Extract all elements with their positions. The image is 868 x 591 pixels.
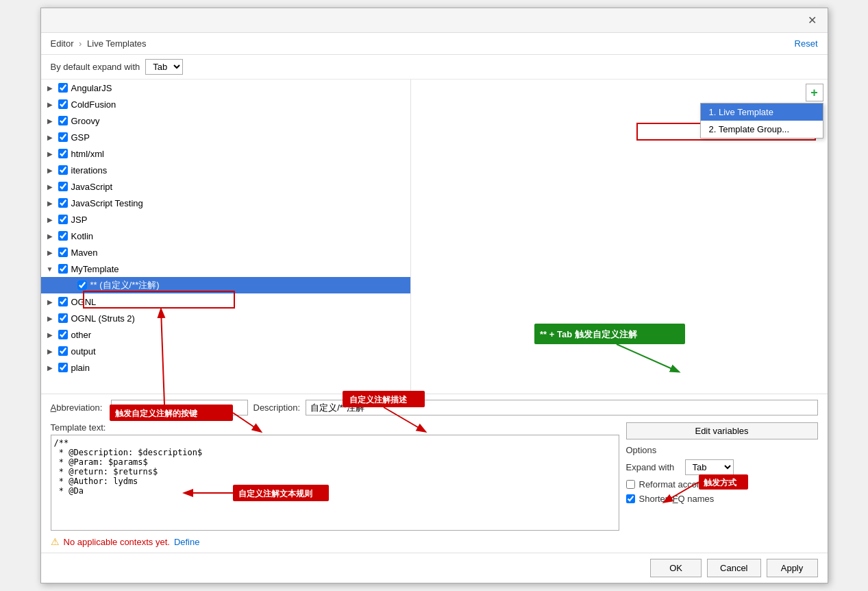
label-kotlin: Kotlin [71, 231, 94, 241]
checkbox-groovy[interactable] [58, 116, 68, 125]
expand-label: By default expand with [51, 62, 140, 72]
template-text-label: Template text: [51, 422, 619, 433]
options-box: Options Expand with Tab Enter Space Refo… [626, 445, 818, 504]
edit-variables-button[interactable]: Edit variables [626, 422, 818, 439]
checkbox-ognl[interactable] [58, 297, 68, 306]
checkbox-javascript[interactable] [58, 182, 68, 191]
label-maven: Maven [71, 248, 98, 258]
label-angularjs: AngularJS [71, 83, 112, 93]
apply-button[interactable]: Apply [767, 559, 818, 577]
chevron-plain [45, 363, 55, 372]
dropdown-item-template-group[interactable]: 2. Template Group... [701, 121, 823, 138]
cancel-button[interactable]: Cancel [707, 559, 760, 577]
chevron-jsp [45, 215, 55, 224]
checkbox-coldfusion[interactable] [58, 99, 68, 109]
label-jsp: JSP [71, 215, 88, 225]
label-iterations: iterations [71, 165, 108, 176]
tree-item-javascript[interactable]: JavaScript [41, 178, 410, 195]
checkbox-maven[interactable] [58, 248, 68, 257]
dropdown-item-live-template[interactable]: 1. Live Template [701, 104, 823, 121]
tree-item-plain[interactable]: plain [41, 359, 410, 376]
description-input[interactable] [306, 400, 817, 415]
label-mytemplate: MyTemplate [71, 264, 119, 274]
tree-item-groovy[interactable]: Groovy [41, 112, 410, 129]
chevron-iterations [45, 165, 55, 175]
dialog-footer: OK Cancel Apply [41, 553, 828, 583]
tree-item-angularjs[interactable]: AngularJS [41, 80, 410, 96]
expand-with-row: Expand with Tab Enter Space [626, 459, 818, 475]
tree-item-mytemplate[interactable]: MyTemplate [41, 261, 410, 277]
toolbar-row: By default expand with Tab [41, 55, 828, 80]
shorten-row: Shorten FQ names [626, 494, 818, 504]
shorten-checkbox[interactable] [626, 494, 635, 503]
checkbox-mytemplate[interactable] [58, 264, 68, 274]
left-panel: AngularJS ColdFusion Groovy [41, 80, 411, 394]
tree-item-jstesting[interactable]: JavaScript Testing [41, 195, 410, 211]
checkbox-iterations[interactable] [58, 165, 68, 175]
options-title: Options [626, 445, 818, 455]
label-mytemplate-child: ** (自定义/**注解) [90, 279, 160, 291]
checkbox-kotlin[interactable] [58, 231, 68, 241]
warning-icon: ⚠ [51, 536, 60, 547]
label-ognlstruts: OGNL (Struts 2) [71, 313, 135, 324]
checkbox-ognlstruts[interactable] [58, 313, 68, 323]
chevron-maven [45, 248, 55, 257]
checkbox-plain[interactable] [58, 363, 68, 372]
template-right: Edit variables Options Expand with Tab E… [626, 422, 818, 531]
label-javascript: JavaScript [71, 182, 113, 192]
template-textarea[interactable]: /** * @Description: $description$ * @Par… [51, 435, 619, 531]
label-output: output [71, 346, 96, 357]
template-section: Template text: /** * @Description: $desc… [51, 422, 818, 531]
tree-item-output[interactable]: output [41, 343, 410, 359]
chevron-other [45, 330, 55, 339]
chevron-groovy [45, 116, 55, 125]
breadcrumb: Editor › Live Templates [51, 38, 147, 49]
label-groovy: Groovy [71, 116, 100, 126]
add-button[interactable]: + [806, 84, 823, 101]
abbreviation-label: Abbreviation: [51, 402, 106, 413]
checkbox-gsp[interactable] [58, 132, 68, 142]
chevron-kotlin [45, 231, 55, 241]
checkbox-other[interactable] [58, 330, 68, 339]
tree-item-iterations[interactable]: iterations [41, 162, 410, 178]
ok-button[interactable]: OK [650, 559, 702, 577]
abbreviation-input[interactable] [111, 400, 248, 415]
checkbox-jstesting[interactable] [58, 198, 68, 208]
checkbox-angularjs[interactable] [58, 83, 68, 93]
expand-select[interactable]: Tab [145, 59, 183, 75]
label-plain: plain [71, 363, 90, 373]
tree-item-ognl[interactable]: OGNL [41, 293, 410, 310]
chevron-output [45, 346, 55, 356]
add-dropdown: 1. Live Template 2. Template Group... [700, 103, 823, 138]
checkbox-mytemplate-child[interactable] [77, 280, 87, 290]
tree-item-maven[interactable]: Maven [41, 244, 410, 261]
tree-item-coldfusion[interactable]: ColdFusion [41, 96, 410, 112]
tree-item-ognlstruts[interactable]: OGNL (Struts 2) [41, 310, 410, 326]
breadcrumb-parent: Editor [51, 38, 74, 49]
settings-dialog: ✕ Editor › Live Templates Reset By defau… [40, 8, 828, 583]
main-area: AngularJS ColdFusion Groovy [41, 80, 828, 394]
tree-item-kotlin[interactable]: Kotlin [41, 228, 410, 244]
chevron-mytemplate [45, 264, 55, 274]
tree-container[interactable]: AngularJS ColdFusion Groovy [41, 80, 410, 394]
tree-item-htmlxml[interactable]: html/xml [41, 145, 410, 162]
checkbox-jsp[interactable] [58, 215, 68, 224]
shorten-label: Shorten FQ names [639, 494, 715, 504]
expand-with-label: Expand with [626, 462, 681, 472]
breadcrumb-separator: › [79, 38, 82, 49]
tree-item-jsp[interactable]: JSP [41, 211, 410, 228]
checkbox-htmlxml[interactable] [58, 149, 68, 158]
define-link[interactable]: Define [174, 537, 200, 547]
tree-item-other[interactable]: other [41, 326, 410, 343]
bottom-panel: Abbreviation: Description: Template text… [41, 394, 828, 553]
chevron-ognl [45, 297, 55, 306]
chevron-angularjs [45, 83, 55, 93]
reformat-checkbox[interactable] [626, 480, 635, 489]
expand-with-select[interactable]: Tab Enter Space [685, 459, 734, 475]
chevron-javascript [45, 182, 55, 191]
close-button[interactable]: ✕ [804, 12, 821, 28]
tree-item-gsp[interactable]: GSP [41, 129, 410, 145]
tree-item-mytemplate-child[interactable]: ** (自定义/**注解) [41, 277, 410, 293]
checkbox-output[interactable] [58, 346, 68, 356]
reset-link[interactable]: Reset [795, 38, 818, 49]
